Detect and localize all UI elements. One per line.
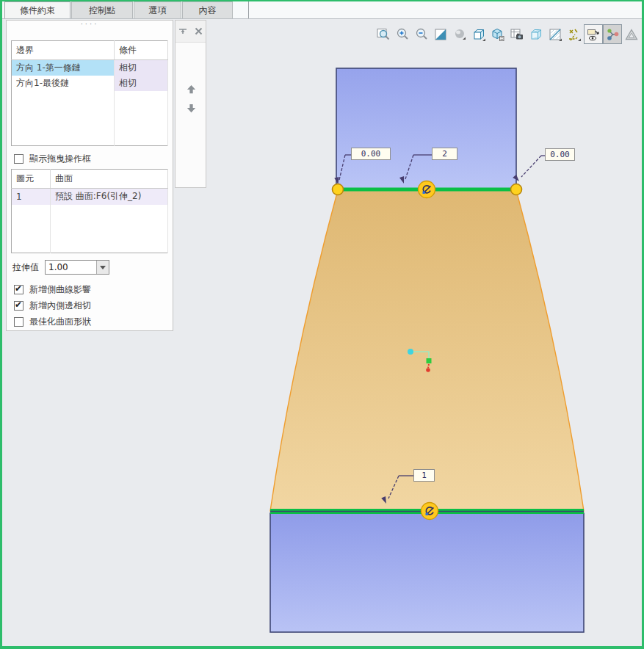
arrow-up-icon	[186, 84, 197, 95]
triad-z-point[interactable]	[426, 368, 430, 372]
view-cube-icon	[471, 27, 486, 42]
iso-view-button[interactable]	[488, 24, 507, 44]
checkbox-label: 新增內側邊相切	[29, 300, 91, 312]
top-edge-rotate-handle[interactable]	[419, 181, 435, 198]
dimension-label[interactable]: 2	[432, 148, 457, 160]
checkbox-checked[interactable]	[14, 285, 23, 294]
table-row[interactable]: 1 預設 曲面:F6(引伸_2)	[12, 189, 168, 205]
app-window: 條件約束 控制點 選項 內容	[0, 0, 644, 649]
snapshot-button[interactable]	[507, 24, 527, 44]
dimension-label[interactable]: 1	[413, 469, 435, 482]
checkbox-checked[interactable]	[14, 301, 23, 311]
surface-column-header[interactable]: 曲面	[51, 170, 168, 189]
tab-control-points[interactable]: 控制點	[71, 1, 133, 18]
triad-x-point[interactable]	[408, 349, 413, 355]
pin-icon[interactable]	[177, 26, 189, 37]
checkbox-label: 顯示拖曳操作框	[29, 153, 91, 165]
stretch-value-combobox[interactable]: 1.00	[45, 260, 109, 275]
zoom-in-button[interactable]	[393, 24, 412, 44]
section-plane-icon	[548, 27, 562, 42]
boundary-cell[interactable]: 方向 1-第一條鏈	[12, 60, 115, 76]
dimension-label[interactable]: 0.00	[351, 148, 391, 160]
entity-cell[interactable]: 1	[12, 189, 51, 205]
loft-surface-face[interactable]	[270, 190, 584, 511]
bottom-extrusion-face[interactable]	[270, 513, 584, 632]
checkbox-unchecked[interactable]	[14, 317, 23, 327]
triangle-shell-icon	[624, 27, 639, 42]
chevron-down-icon	[100, 266, 106, 269]
edge-endpoint-handle-right[interactable]	[511, 184, 522, 195]
origin-triad	[408, 349, 432, 372]
show-drag-box-option[interactable]: 顯示拖曳操作框	[14, 153, 91, 165]
strip-header	[176, 21, 206, 43]
boundary-column-header[interactable]: 邊界	[12, 41, 115, 60]
stretch-value-row: 拉伸值 1.00	[12, 260, 109, 275]
handle-eye-icon	[586, 27, 601, 42]
view-cube-button[interactable]	[469, 24, 488, 44]
zoom-in-icon	[395, 27, 410, 42]
shell-preview-button[interactable]	[622, 24, 641, 44]
checkbox-unchecked[interactable]	[14, 154, 23, 164]
top-tangent-edge[interactable]	[336, 188, 516, 192]
table-camera-icon	[510, 27, 524, 42]
table-row[interactable]: 方向1-最後鏈 相切	[12, 76, 168, 91]
triad-origin-point[interactable]	[427, 358, 432, 363]
iso-hexagon-icon	[491, 27, 505, 42]
coordinate-toggle-button[interactable]	[565, 24, 584, 44]
condition-cell[interactable]: 相切	[115, 60, 168, 76]
wireframe-view-button[interactable]	[527, 24, 546, 44]
option-inner-edge-tangent[interactable]: 新增內側邊相切	[14, 300, 91, 312]
dimension-leaders	[339, 155, 546, 498]
reorder-strip	[175, 20, 206, 188]
tab-bar: 條件約束 控制點 選項 內容	[2, 1, 642, 19]
checkbox-label: 最佳化曲面形狀	[29, 316, 91, 328]
handle-visibility-button[interactable]	[584, 24, 603, 44]
condition-cell[interactable]: 相切	[115, 76, 168, 91]
close-icon[interactable]	[193, 26, 205, 37]
stretch-value-field[interactable]: 1.00	[46, 261, 96, 274]
move-up-button[interactable]	[179, 81, 203, 97]
move-down-button[interactable]	[179, 100, 203, 116]
zoom-out-button[interactable]	[412, 24, 431, 44]
combobox-dropdown-button[interactable]	[96, 261, 109, 274]
leader-arrowheads	[334, 175, 521, 505]
condition-column-header[interactable]: 條件	[115, 41, 168, 60]
panel-drag-handle[interactable]: ····	[7, 20, 173, 28]
arrow-down-icon	[186, 103, 197, 114]
render-sphere-icon	[452, 27, 467, 42]
zoom-out-icon	[414, 27, 429, 42]
table-row[interactable]: 方向 1-第一條鏈 相切	[12, 60, 168, 76]
tab-constraints[interactable]: 條件約束	[4, 1, 70, 18]
bottom-edge-rotate-handle[interactable]	[422, 503, 438, 520]
checkbox-label: 新增側曲線影響	[29, 283, 91, 296]
option-side-curve-influence[interactable]: 新增側曲線影響	[14, 283, 91, 296]
stretch-value-label: 拉伸值	[12, 261, 39, 274]
bottom-tangent-edge[interactable]	[270, 509, 584, 514]
edge-endpoint-handle-left[interactable]	[333, 184, 344, 195]
xy-axes-icon	[567, 27, 582, 42]
option-optimize-surface-shape[interactable]: 最佳化曲面形狀	[14, 316, 91, 328]
surface-cell[interactable]: 預設 曲面:F6(引伸_2)	[51, 189, 168, 205]
entity-table: 圖元 曲面 1 預設 曲面:F6(引伸_2)	[11, 169, 168, 253]
viewport-background: 條件約束 控制點 選項 內容	[2, 1, 642, 646]
top-extrusion-face[interactable]	[336, 68, 516, 189]
control-points-button[interactable]	[603, 24, 622, 44]
shaded-view-button[interactable]	[431, 24, 450, 44]
tab-options[interactable]: 選項	[134, 1, 181, 18]
render-mode-button[interactable]	[450, 24, 469, 44]
wireframe-cube-icon	[529, 27, 543, 42]
shaded-view-icon	[433, 27, 448, 42]
boundary-cell[interactable]: 方向1-最後鏈	[12, 76, 115, 91]
section-view-button[interactable]	[546, 24, 565, 44]
dimension-label[interactable]: 0.00	[545, 148, 575, 161]
tab-content[interactable]: 內容	[182, 1, 233, 18]
entity-column-header[interactable]: 圖元	[12, 170, 51, 189]
constraints-panel: ···· 邊界 條件 方向 1-第一條鏈 相切 方向1-最後鏈 相切 顯示拖曳操…	[6, 20, 173, 331]
control-points-icon	[605, 27, 620, 42]
zoom-window-icon	[376, 27, 391, 42]
view-toolbar	[374, 24, 641, 44]
zoom-window-button[interactable]	[374, 24, 393, 44]
boundary-table: 邊界 條件 方向 1-第一條鏈 相切 方向1-最後鏈 相切	[11, 40, 168, 146]
tab-separator	[248, 1, 249, 18]
